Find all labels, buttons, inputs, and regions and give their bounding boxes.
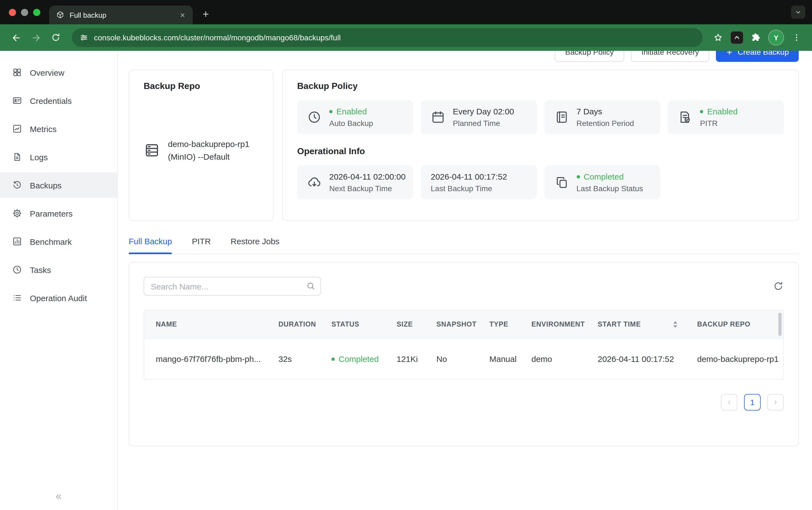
sidebar-item-parameters[interactable]: Parameters [0,201,117,226]
star-icon[interactable] [709,29,727,47]
benchmark-icon [12,236,22,247]
sort-icon[interactable] [673,321,678,328]
repo-detail: (MinIO) --Default [168,150,250,163]
calendar-icon [431,110,445,124]
planned-time-tile: Every Day 02:00 Planned Time [421,100,537,134]
tile-value: Enabled [337,106,367,118]
avatar[interactable]: Y [769,30,783,45]
col-backup-repo: BACKUP REPO [686,320,783,328]
clock-icon [307,110,321,124]
tile-label: Retention Period [576,117,634,129]
create-backup-button[interactable]: Create Backup [716,51,799,62]
operation-audit-icon [12,293,22,303]
col-duration: DURATION [267,320,320,328]
back-icon[interactable] [7,28,25,47]
tab-full-backup[interactable]: Full Backup [129,236,172,254]
sidebar-item-credentials[interactable]: Credentials [0,88,117,113]
sidebar-item-label: Metrics [30,124,57,134]
backups-table-card: NAME DURATION STATUS SIZE SNAPSHOT TYPE … [129,262,799,447]
refresh-icon[interactable] [773,281,784,292]
col-start-time: START TIME [586,320,686,328]
url-text: console.kubeblocks.com/cluster/normal/mo… [94,33,341,42]
table-scrollbar[interactable] [778,313,782,336]
pitr-tile: Enabled PITR [668,100,784,134]
col-type: TYPE [478,320,520,328]
parameters-icon [12,208,22,218]
tile-label: Planned Time [453,117,514,129]
new-tab-icon[interactable] [197,5,214,22]
cell-snapshot: No [425,354,478,364]
backup-policy-title: Backup Policy [297,81,784,91]
col-name: NAME [144,320,267,328]
sidebar-item-label: Credentials [30,96,72,105]
sidebar-item-backups[interactable]: Backups [0,172,117,198]
close-window-button[interactable] [9,9,16,16]
close-tab-icon[interactable] [177,10,187,20]
zoom-window-button[interactable] [33,9,40,16]
cell-name[interactable]: mango-67f76f76fb-pbm-ph... [144,354,267,364]
col-environment: ENVIRONMENT [520,320,586,328]
col-size: SIZE [385,320,425,328]
search-icon [306,281,315,291]
backup-policy-button[interactable]: Backup Policy [555,51,624,62]
forward-icon[interactable] [27,28,45,47]
doc-check-icon [678,110,692,124]
sidebar-item-label: Benchmark [30,237,72,246]
sidebar-item-tasks[interactable]: Tasks [0,257,117,282]
cell-environment: demo [520,354,586,364]
last-backup-time-tile: 2026-04-11 00:17:52 Last Backup Time [421,165,537,199]
sidebar-item-benchmark[interactable]: Benchmark [0,229,117,254]
sidebar-item-label: Overview [30,68,64,77]
reload-icon[interactable] [47,28,65,47]
prev-page-button[interactable] [721,394,737,410]
tab-restore-jobs[interactable]: Restore Jobs [231,236,280,254]
cell-type: Manual [478,354,520,364]
sidebar-item-operation-audit[interactable]: Operation Audit [0,285,117,311]
kebab-menu-icon[interactable] [788,29,805,47]
credentials-icon [12,95,22,106]
cell-start-time: 2026-04-11 00:17:52 [586,354,686,364]
browser-tab-strip: Full backup [0,0,812,24]
collapse-icon[interactable] [0,492,117,501]
tile-value: Completed [584,171,624,183]
tab-search-chevron-icon[interactable] [791,5,805,19]
cell-status: Completed [320,354,385,364]
logs-icon [12,152,22,162]
status-dot [700,110,703,113]
tile-value: 7 Days [576,106,602,118]
last-backup-status-tile: Completed Last Backup Status [544,165,660,199]
sidebar: Overview Credentials Metrics Logs Backup… [0,51,118,510]
address-bar[interactable]: console.kubeblocks.com/cluster/normal/mo… [72,28,703,47]
cell-size: 121Ki [385,354,425,364]
cloud-download-icon [307,175,321,190]
search-input[interactable] [144,277,321,295]
initiate-recovery-button[interactable]: Initiate Recovery [631,51,709,62]
repo-icon [144,142,160,159]
tab-pitr[interactable]: PITR [192,236,211,254]
tab-title: Full backup [69,11,172,19]
browser-toolbar: console.kubeblocks.com/cluster/normal/mo… [0,24,812,51]
status-dot [329,110,332,113]
sidebar-item-overview[interactable]: Overview [0,60,117,85]
next-page-button[interactable] [767,394,784,410]
sidebar-item-logs[interactable]: Logs [0,144,117,170]
tile-label: PITR [700,117,738,129]
minimize-window-button[interactable] [21,9,28,16]
traffic-lights [9,9,40,16]
backup-repo-card: Backup Repo demo-backuprepo-rp1 (MinIO) … [129,69,273,221]
browser-tab[interactable]: Full backup [49,5,193,24]
main-content: Backup Policy Initiate Recovery Create B… [118,51,812,510]
table-row[interactable]: mango-67f76f76fb-pbm-ph... 32s Completed… [144,338,783,379]
tile-value: Every Day 02:00 [453,106,514,118]
policy-tiles: Enabled Auto Backup Every Day 02:00 Plan… [297,100,784,134]
puzzle-icon[interactable] [747,29,764,47]
retention-period-tile: 7 Days Retention Period [544,100,660,134]
col-snapshot: SNAPSHOT [425,320,478,328]
extension-icon[interactable] [730,31,744,44]
tile-label: Last Backup Status [576,182,643,194]
overview-icon [12,67,22,77]
sidebar-item-metrics[interactable]: Metrics [0,116,117,141]
page-number-button[interactable]: 1 [744,394,761,410]
site-settings-icon[interactable] [80,33,88,42]
sidebar-item-label: Operation Audit [30,293,87,303]
